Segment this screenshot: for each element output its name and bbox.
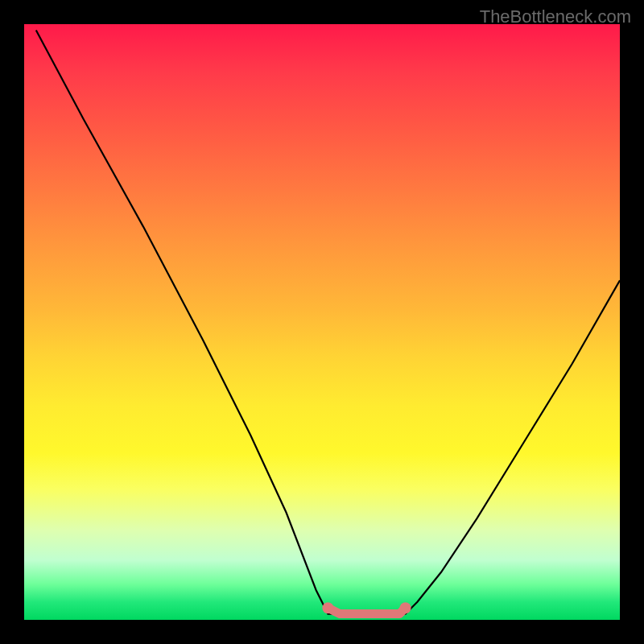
chart-svg [24,24,620,620]
watermark-text: TheBottleneck.com [480,6,631,27]
highlight-dot [400,602,411,613]
chart-plot-area [24,24,620,620]
bottleneck-curve-path [36,30,620,613]
highlight-segment-path [328,608,405,613]
highlight-dot [322,602,333,613]
